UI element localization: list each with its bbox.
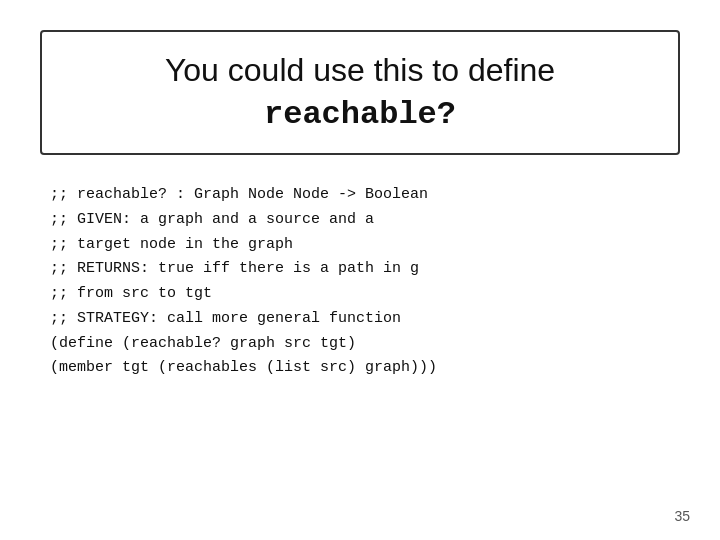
code-line-1: ;; reachable? : Graph Node Node -> Boole… [50, 183, 680, 208]
page-number: 35 [674, 508, 690, 524]
title-text: You could use this to define reachable? [82, 50, 638, 135]
code-line-7: (define (reachable? graph src tgt) [50, 332, 680, 357]
code-line-4: ;; RETURNS: true iff there is a path in … [50, 257, 680, 282]
code-line-5: ;; from src to tgt [50, 282, 680, 307]
code-line-6: ;; STRATEGY: call more general function [50, 307, 680, 332]
title-line2: reachable? [264, 96, 456, 133]
code-line-3: ;; target node in the graph [50, 233, 680, 258]
code-line-2: ;; GIVEN: a graph and a source and a [50, 208, 680, 233]
title-box: You could use this to define reachable? [40, 30, 680, 155]
code-line-8: (member tgt (reachables (list src) graph… [50, 356, 680, 381]
title-line1: You could use this to define [165, 52, 555, 88]
code-block: ;; reachable? : Graph Node Node -> Boole… [40, 183, 680, 381]
